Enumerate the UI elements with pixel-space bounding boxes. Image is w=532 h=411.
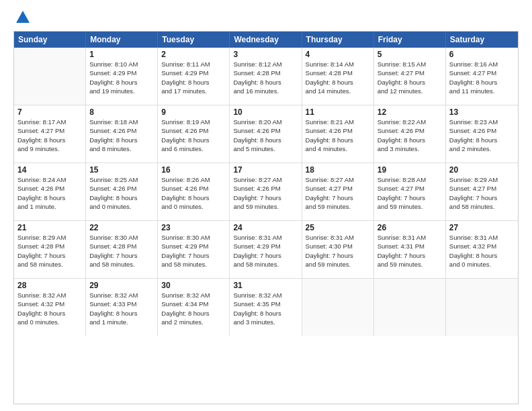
day-info: Sunrise: 8:32 AM Sunset: 4:33 PM Dayligh…	[89, 291, 154, 326]
day-number: 11	[306, 107, 370, 117]
day-info: Sunrise: 8:32 AM Sunset: 4:35 PM Dayligh…	[233, 291, 298, 326]
cal-cell: 23Sunrise: 8:30 AM Sunset: 4:29 PM Dayli…	[158, 221, 230, 278]
day-info: Sunrise: 8:16 AM Sunset: 4:27 PM Dayligh…	[449, 60, 515, 95]
cal-cell: 25Sunrise: 8:31 AM Sunset: 4:30 PM Dayli…	[302, 221, 374, 278]
cal-header-friday: Friday	[374, 32, 446, 48]
day-info: Sunrise: 8:31 AM Sunset: 4:31 PM Dayligh…	[378, 233, 442, 269]
day-number: 26	[378, 223, 442, 232]
day-number: 3	[233, 50, 298, 59]
day-number: 21	[17, 223, 82, 232]
cal-cell: 8Sunrise: 8:18 AM Sunset: 4:26 PM Daylig…	[86, 105, 158, 163]
cal-header-wednesday: Wednesday	[230, 32, 302, 48]
day-info: Sunrise: 8:32 AM Sunset: 4:32 PM Dayligh…	[17, 291, 82, 326]
cal-cell: 19Sunrise: 8:28 AM Sunset: 4:27 PM Dayli…	[374, 163, 446, 220]
day-info: Sunrise: 8:19 AM Sunset: 4:26 PM Dayligh…	[161, 118, 226, 153]
day-info: Sunrise: 8:21 AM Sunset: 4:26 PM Dayligh…	[306, 118, 370, 153]
cal-cell: 29Sunrise: 8:32 AM Sunset: 4:33 PM Dayli…	[86, 279, 158, 336]
day-number: 30	[161, 281, 226, 290]
day-info: Sunrise: 8:32 AM Sunset: 4:34 PM Dayligh…	[161, 291, 226, 326]
cal-week-4: 21Sunrise: 8:29 AM Sunset: 4:28 PM Dayli…	[14, 221, 518, 279]
day-number: 24	[233, 223, 298, 232]
cal-header-tuesday: Tuesday	[158, 32, 230, 48]
cal-cell: 13Sunrise: 8:23 AM Sunset: 4:26 PM Dayli…	[446, 105, 518, 163]
day-number: 25	[306, 223, 370, 232]
day-info: Sunrise: 8:20 AM Sunset: 4:26 PM Dayligh…	[233, 118, 298, 153]
cal-cell: 22Sunrise: 8:30 AM Sunset: 4:28 PM Dayli…	[86, 221, 158, 278]
day-info: Sunrise: 8:15 AM Sunset: 4:27 PM Dayligh…	[378, 60, 442, 95]
day-info: Sunrise: 8:28 AM Sunset: 4:27 PM Dayligh…	[378, 175, 442, 211]
cal-cell: 21Sunrise: 8:29 AM Sunset: 4:28 PM Dayli…	[14, 221, 86, 278]
day-number: 4	[306, 50, 370, 59]
cal-cell: 11Sunrise: 8:21 AM Sunset: 4:26 PM Dayli…	[302, 105, 374, 163]
cal-cell: 4Sunrise: 8:14 AM Sunset: 4:28 PM Daylig…	[302, 48, 374, 105]
day-info: Sunrise: 8:29 AM Sunset: 4:28 PM Dayligh…	[17, 233, 82, 269]
cal-cell	[302, 279, 374, 336]
day-number: 12	[378, 107, 442, 117]
day-info: Sunrise: 8:12 AM Sunset: 4:28 PM Dayligh…	[233, 60, 298, 95]
logo	[13, 12, 30, 24]
day-number: 10	[233, 107, 298, 117]
day-number: 5	[378, 50, 442, 59]
cal-header-sunday: Sunday	[14, 32, 86, 48]
day-info: Sunrise: 8:31 AM Sunset: 4:32 PM Dayligh…	[449, 233, 515, 269]
cal-week-5: 28Sunrise: 8:32 AM Sunset: 4:32 PM Dayli…	[14, 279, 518, 336]
day-info: Sunrise: 8:17 AM Sunset: 4:27 PM Dayligh…	[17, 118, 82, 153]
day-info: Sunrise: 8:27 AM Sunset: 4:27 PM Dayligh…	[306, 175, 370, 211]
cal-week-2: 7Sunrise: 8:17 AM Sunset: 4:27 PM Daylig…	[14, 105, 518, 163]
header	[13, 12, 519, 24]
cal-cell: 5Sunrise: 8:15 AM Sunset: 4:27 PM Daylig…	[374, 48, 446, 105]
calendar-body: 1Sunrise: 8:10 AM Sunset: 4:29 PM Daylig…	[14, 48, 518, 336]
cal-cell: 10Sunrise: 8:20 AM Sunset: 4:26 PM Dayli…	[230, 105, 302, 163]
day-info: Sunrise: 8:11 AM Sunset: 4:29 PM Dayligh…	[161, 60, 226, 95]
cal-cell: 18Sunrise: 8:27 AM Sunset: 4:27 PM Dayli…	[302, 163, 374, 220]
cal-cell: 15Sunrise: 8:25 AM Sunset: 4:26 PM Dayli…	[86, 163, 158, 220]
day-info: Sunrise: 8:24 AM Sunset: 4:26 PM Dayligh…	[17, 175, 82, 211]
day-info: Sunrise: 8:18 AM Sunset: 4:26 PM Dayligh…	[89, 118, 154, 153]
cal-cell: 1Sunrise: 8:10 AM Sunset: 4:29 PM Daylig…	[86, 48, 158, 105]
day-number: 13	[449, 107, 515, 117]
day-info: Sunrise: 8:30 AM Sunset: 4:28 PM Dayligh…	[89, 233, 154, 269]
cal-cell: 20Sunrise: 8:29 AM Sunset: 4:27 PM Dayli…	[446, 163, 518, 220]
logo-triangle-icon	[16, 11, 30, 23]
day-number: 18	[306, 165, 370, 175]
day-info: Sunrise: 8:27 AM Sunset: 4:26 PM Dayligh…	[233, 175, 298, 211]
cal-week-3: 14Sunrise: 8:24 AM Sunset: 4:26 PM Dayli…	[14, 163, 518, 221]
calendar-header-row: SundayMondayTuesdayWednesdayThursdayFrid…	[14, 32, 518, 48]
day-number: 28	[17, 281, 82, 290]
cal-cell: 12Sunrise: 8:22 AM Sunset: 4:26 PM Dayli…	[374, 105, 446, 163]
day-number: 1	[89, 50, 154, 59]
cal-cell: 16Sunrise: 8:26 AM Sunset: 4:26 PM Dayli…	[158, 163, 230, 220]
day-info: Sunrise: 8:10 AM Sunset: 4:29 PM Dayligh…	[89, 60, 154, 95]
cal-header-thursday: Thursday	[302, 32, 374, 48]
cal-cell: 28Sunrise: 8:32 AM Sunset: 4:32 PM Dayli…	[14, 279, 86, 336]
cal-cell: 27Sunrise: 8:31 AM Sunset: 4:32 PM Dayli…	[446, 221, 518, 278]
day-number: 22	[89, 223, 154, 232]
day-number: 16	[161, 165, 226, 175]
cal-cell: 6Sunrise: 8:16 AM Sunset: 4:27 PM Daylig…	[446, 48, 518, 105]
svg-marker-0	[16, 11, 30, 23]
day-info: Sunrise: 8:31 AM Sunset: 4:30 PM Dayligh…	[306, 233, 370, 269]
day-info: Sunrise: 8:14 AM Sunset: 4:28 PM Dayligh…	[306, 60, 370, 95]
cal-cell: 30Sunrise: 8:32 AM Sunset: 4:34 PM Dayli…	[158, 279, 230, 336]
day-number: 9	[161, 107, 226, 117]
day-info: Sunrise: 8:22 AM Sunset: 4:26 PM Dayligh…	[378, 118, 442, 153]
cal-cell: 26Sunrise: 8:31 AM Sunset: 4:31 PM Dayli…	[374, 221, 446, 278]
cal-cell: 24Sunrise: 8:31 AM Sunset: 4:29 PM Dayli…	[230, 221, 302, 278]
cal-cell: 3Sunrise: 8:12 AM Sunset: 4:28 PM Daylig…	[230, 48, 302, 105]
cal-cell: 9Sunrise: 8:19 AM Sunset: 4:26 PM Daylig…	[158, 105, 230, 163]
day-info: Sunrise: 8:25 AM Sunset: 4:26 PM Dayligh…	[89, 175, 154, 211]
cal-cell: 31Sunrise: 8:32 AM Sunset: 4:35 PM Dayli…	[230, 279, 302, 336]
cal-cell: 17Sunrise: 8:27 AM Sunset: 4:26 PM Dayli…	[230, 163, 302, 220]
day-number: 15	[89, 165, 154, 175]
cal-cell	[14, 48, 86, 105]
cal-week-1: 1Sunrise: 8:10 AM Sunset: 4:29 PM Daylig…	[14, 48, 518, 105]
day-number: 14	[17, 165, 82, 175]
day-number: 7	[17, 107, 82, 117]
calendar: SundayMondayTuesdayWednesdayThursdayFrid…	[13, 31, 519, 404]
day-info: Sunrise: 8:30 AM Sunset: 4:29 PM Dayligh…	[161, 233, 226, 269]
cal-cell: 14Sunrise: 8:24 AM Sunset: 4:26 PM Dayli…	[14, 163, 86, 220]
cal-cell	[374, 279, 446, 336]
cal-cell: 7Sunrise: 8:17 AM Sunset: 4:27 PM Daylig…	[14, 105, 86, 163]
day-number: 6	[449, 50, 515, 59]
day-info: Sunrise: 8:29 AM Sunset: 4:27 PM Dayligh…	[449, 175, 515, 211]
